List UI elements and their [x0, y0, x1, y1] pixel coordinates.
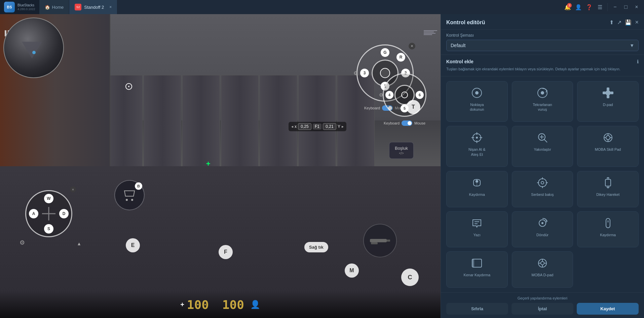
key-a[interactable]: A: [29, 209, 38, 218]
moba-skill-icon: [601, 131, 615, 144]
svg-rect-13: [603, 92, 606, 94]
minimize-btn[interactable]: −: [610, 2, 620, 12]
dpad-settings-icon[interactable]: ⚙: [353, 70, 358, 76]
aim-joystick[interactable]: ⚙ 4 6 5 Keyboard Mouse: [383, 73, 426, 117]
svg-rect-14: [610, 92, 613, 94]
shop-button[interactable]: B: [114, 180, 145, 210]
schema-value: Default: [451, 43, 465, 48]
key-w[interactable]: W: [44, 194, 53, 203]
menu-btn[interactable]: ☰: [595, 2, 605, 12]
control-item-kaydirma[interactable]: Kaydırma: [446, 171, 508, 207]
dpad-key-3[interactable]: 3: [360, 69, 369, 77]
joystick-gear-icon[interactable]: ⚙: [20, 239, 25, 246]
health-block: + 100: [180, 298, 209, 312]
aim-center: [401, 92, 408, 98]
schema-select[interactable]: Default ▼: [446, 40, 639, 51]
noktaya-dokunma-label: Noktayadokunun: [470, 102, 484, 112]
tab-close-icon[interactable]: ×: [109, 5, 112, 9]
key-f-button[interactable]: F: [219, 245, 233, 259]
info-icon[interactable]: ℹ: [637, 59, 639, 64]
svg-rect-5: [387, 240, 390, 242]
control-item-yakinlastir[interactable]: Yakınlaştır: [512, 126, 573, 167]
dpad-ctrl-label: D-pad: [603, 102, 613, 107]
yazi-icon: [470, 216, 484, 230]
space-button[interactable]: Boşluk </>: [389, 142, 414, 159]
panel-upload-icon[interactable]: ⬆: [609, 19, 614, 26]
control-item-kaydirma2[interactable]: Kaydırma: [577, 211, 639, 248]
svg-point-10: [541, 91, 544, 95]
aim-keyboard-mouse-toggle[interactable]: Keyboard Mouse: [384, 120, 425, 126]
key-t-button[interactable]: T: [406, 100, 420, 114]
reset-button[interactable]: Sıfırla: [446, 303, 508, 315]
key-s[interactable]: S: [44, 224, 53, 234]
key-e-button[interactable]: E: [126, 238, 140, 252]
kaydirma2-icon: [601, 216, 615, 230]
svg-point-50: [541, 222, 543, 224]
svg-rect-40: [605, 179, 611, 186]
control-item-kenar-kaydirma[interactable]: Kenar Kaydırma: [446, 251, 508, 288]
aim-key-4[interactable]: 4: [385, 91, 393, 99]
control-item-yazi[interactable]: Yazı: [446, 211, 508, 248]
control-item-moba-dpad[interactable]: MOBA D-pad: [512, 251, 573, 288]
pos-y-input[interactable]: [323, 123, 336, 130]
control-item-tekrarlanan-vurus[interactable]: Tekrarlananvuruş: [512, 81, 573, 122]
pos-x-arrow-left: ◂: [291, 124, 293, 129]
aim-key-6[interactable]: 6: [416, 91, 424, 99]
kaydirma2-label: Kaydırma: [600, 233, 616, 237]
cancel-button[interactable]: İptal: [512, 303, 573, 315]
panel-save-schema-icon[interactable]: 💾: [625, 19, 632, 26]
footer-buttons: Sıfırla İptal Kaydet: [446, 303, 639, 315]
panel-footer: Geçerli yapılandırma eylemleri Sıfırla İ…: [441, 292, 644, 318]
moba-dpad-icon: [536, 256, 549, 270]
account-btn[interactable]: 👤: [574, 2, 583, 12]
panel-share-icon[interactable]: ↗: [617, 19, 621, 26]
panel-close-button[interactable]: ×: [635, 19, 639, 26]
player-icon: 👤: [250, 300, 260, 309]
key-d[interactable]: D: [59, 209, 69, 218]
save-button[interactable]: Kaydet: [577, 303, 639, 315]
aim-keyboard-label: Keyboard: [384, 121, 400, 125]
pos-y-label: Y: [338, 124, 340, 129]
control-item-noktaya-dokunma[interactable]: Noktayadokunun: [446, 81, 508, 122]
weapon-button[interactable]: [363, 224, 397, 257]
control-item-nisal-al[interactable]: Nişan Al &Ateş Et: [446, 126, 508, 167]
help-btn[interactable]: ❓: [584, 2, 594, 12]
pos-x-input[interactable]: [298, 123, 311, 130]
svg-point-27: [606, 136, 610, 140]
aim-settings-icon[interactable]: ⚙: [379, 92, 383, 98]
armor-value: 100: [222, 298, 244, 312]
aim-toggle-switch[interactable]: [402, 120, 412, 126]
svg-rect-6: [371, 242, 378, 244]
weapon-svg-icon: [368, 236, 392, 246]
schema-section: Kontrol Şeması Default ▼: [441, 30, 644, 55]
right-click-button[interactable]: Sağ tık: [304, 242, 328, 252]
move-joystick[interactable]: × W S A D: [25, 190, 72, 237]
dpad-key-r[interactable]: R: [396, 53, 405, 62]
notification-btn[interactable]: 🔔 3: [563, 2, 572, 12]
nisal-al-icon: [470, 131, 484, 144]
space-label: Boşluk: [395, 146, 408, 151]
close-btn[interactable]: ×: [632, 2, 641, 12]
control-item-moba-skill[interactable]: MOBA Skill Pad: [577, 126, 639, 167]
dpad-key-g[interactable]: G: [381, 48, 389, 57]
maximize-btn[interactable]: □: [621, 2, 631, 12]
svg-line-23: [544, 139, 547, 142]
tab-game[interactable]: S2 Standoff 2 ×: [69, 0, 117, 14]
schema-chevron-icon: ▼: [630, 43, 634, 48]
shop-key-b[interactable]: B: [135, 182, 142, 190]
schema-label: Kontrol Şeması: [446, 33, 639, 38]
key-m-button[interactable]: M: [345, 263, 359, 278]
svg-rect-51: [606, 218, 610, 228]
control-item-dikey-hareket[interactable]: Dikey Hareket: [577, 171, 639, 207]
add-control-section: Kontrol ekle ℹ Tuşları bağlamak için ekr…: [441, 55, 644, 76]
dpad-close-btn[interactable]: ×: [409, 43, 415, 49]
tekrarlanan-vurus-label: Tekrarlananvuruş: [533, 102, 552, 112]
pos-y-arrow-right: ▸: [342, 124, 344, 129]
titlebar-controls: 🔔 3 👤 ❓ ☰ − □ ×: [560, 2, 644, 12]
key-c-button[interactable]: C: [401, 269, 419, 286]
control-item-serbest-bakis[interactable]: Serbest bakış: [512, 171, 573, 207]
tab-home[interactable]: 🏠 Home: [39, 0, 70, 14]
control-item-dpad[interactable]: D-pad: [577, 81, 639, 122]
control-item-dondur[interactable]: Döndür: [512, 211, 573, 248]
svg-point-34: [538, 179, 546, 187]
